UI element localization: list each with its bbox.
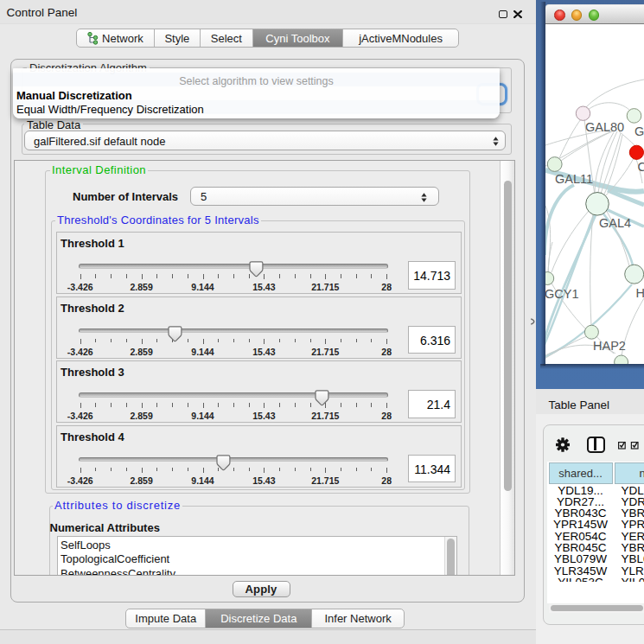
svg-text:GCY1: GCY1 bbox=[545, 287, 579, 301]
svg-text:GAL11: GAL11 bbox=[555, 172, 593, 186]
svg-text:GAL80: GAL80 bbox=[585, 120, 624, 134]
svg-text:GAL4: GAL4 bbox=[599, 216, 631, 230]
svg-text:CR: CR bbox=[638, 160, 644, 174]
svg-text:HAP2: HAP2 bbox=[593, 339, 626, 353]
svg-text:HI: HI bbox=[636, 286, 644, 300]
svg-text:GAL: GAL bbox=[634, 124, 644, 138]
